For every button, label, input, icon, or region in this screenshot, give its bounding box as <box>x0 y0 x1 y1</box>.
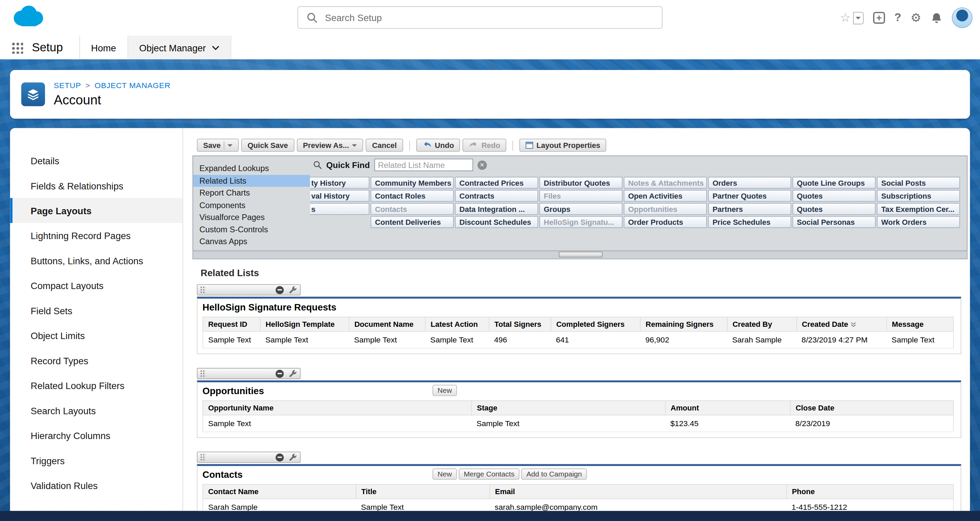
palette-item-price-schedules[interactable]: Price Schedules <box>708 216 791 228</box>
column-header-phone[interactable]: Phone <box>787 484 953 499</box>
palette-category-components[interactable]: Components <box>193 199 310 211</box>
sidebar-item-details[interactable]: Details <box>10 148 182 173</box>
palette-item-open-activities[interactable]: Open Activities <box>624 190 707 202</box>
palette-item-quotes[interactable]: Quotes <box>792 203 875 215</box>
palette-item-data-integration[interactable]: Data Integration ... <box>455 203 538 215</box>
column-header-created-date[interactable]: Created Date <box>797 317 886 331</box>
palette-category-custom-s-controls[interactable]: Custom S-Controls <box>193 224 310 236</box>
palette-item-contact-roles[interactable]: Contact Roles <box>371 190 453 202</box>
column-header-email[interactable]: Email <box>490 484 786 499</box>
column-header-created-by[interactable]: Created By <box>727 317 797 331</box>
palette-item-partner-quotes[interactable]: Partner Quotes <box>708 190 791 202</box>
sidebar-item-page-layouts[interactable]: Page Layouts <box>10 198 182 223</box>
column-header-document-name[interactable]: Document Name <box>349 317 425 331</box>
help-icon[interactable] <box>894 11 901 24</box>
sidebar-item-hierarchy-columns[interactable]: Hierarchy Columns <box>10 423 182 448</box>
column-header-latest-action[interactable]: Latest Action <box>425 317 489 331</box>
setup-search-input[interactable] <box>324 11 662 24</box>
palette-item-content-deliveries[interactable]: Content Deliveries <box>371 216 453 228</box>
quick-save-button[interactable]: Quick Save <box>241 139 294 152</box>
palette-category-canvas-apps[interactable]: Canvas Apps <box>193 235 310 248</box>
cancel-button[interactable]: Cancel <box>366 139 403 152</box>
sidebar-item-compact-layouts[interactable]: Compact Layouts <box>10 273 182 298</box>
palette-item-social-posts[interactable]: Social Posts <box>877 177 960 189</box>
column-header-total-signers[interactable]: Total Signers <box>489 317 551 331</box>
sidebar-item-search-layouts[interactable]: Search Layouts <box>10 398 182 423</box>
related-list-drag-handle[interactable] <box>197 368 301 379</box>
sidebar-item-field-sets[interactable]: Field Sets <box>10 298 182 323</box>
sidebar-item-validation-rules[interactable]: Validation Rules <box>10 473 182 497</box>
palette-horizontal-scrollbar[interactable] <box>193 251 967 259</box>
related-list-drag-handle[interactable] <box>197 452 301 463</box>
palette-item-work-orders[interactable]: Work Orders <box>877 216 960 228</box>
palette-item-distributor-quotes[interactable]: Distributor Quotes <box>539 177 622 189</box>
palette-item-social-personas[interactable]: Social Personas <box>792 216 875 228</box>
remove-section-icon[interactable] <box>275 453 284 462</box>
quick-find-input[interactable] <box>374 159 473 172</box>
scrollbar-thumb[interactable] <box>559 252 603 257</box>
new-button[interactable]: New <box>433 384 457 396</box>
column-header-amount[interactable]: Amount <box>665 400 790 415</box>
column-header-completed-signers[interactable]: Completed Signers <box>551 317 640 331</box>
global-add-icon[interactable] <box>873 12 885 24</box>
palette-item-subscriptions[interactable]: Subscriptions <box>877 190 960 202</box>
column-header-hellosign-template[interactable]: HelloSign Template <box>260 317 349 331</box>
column-header-contact-name[interactable]: Contact Name <box>203 484 356 499</box>
notifications-bell-icon[interactable] <box>931 11 943 24</box>
gear-icon[interactable] <box>911 12 921 24</box>
breadcrumb-object-manager-link[interactable]: OBJECT MANAGER <box>95 81 170 90</box>
wrench-properties-icon[interactable] <box>289 369 297 378</box>
palette-item-contracted-prices[interactable]: Contracted Prices <box>455 177 538 189</box>
palette-item-tax-exemption-cer[interactable]: Tax Exemption Cer... <box>877 203 960 215</box>
palette-item-quote-line-groups[interactable]: Quote Line Groups <box>792 177 875 189</box>
breadcrumb-setup-link[interactable]: SETUP <box>54 81 81 90</box>
palette-item-ty-history[interactable]: ty History <box>310 177 369 189</box>
tab-home[interactable]: Home <box>80 36 127 59</box>
palette-item-discount-schedules[interactable]: Discount Schedules <box>455 216 538 228</box>
favorites-star-icon[interactable] <box>840 12 850 24</box>
app-launcher-icon[interactable] <box>11 41 23 53</box>
remove-section-icon[interactable] <box>275 286 284 294</box>
sidebar-item-fields-relationships[interactable]: Fields & Relationships <box>10 173 182 198</box>
wrench-properties-icon[interactable] <box>289 453 297 462</box>
column-header-close-date[interactable]: Close Date <box>791 400 953 415</box>
sidebar-item-record-types[interactable]: Record Types <box>10 348 182 373</box>
remove-section-icon[interactable] <box>275 369 284 378</box>
quick-find-clear-icon[interactable] <box>477 160 487 170</box>
new-button[interactable]: New <box>433 469 457 480</box>
sidebar-item-buttons-links-and-actions[interactable]: Buttons, Links, and Actions <box>10 248 182 273</box>
palette-item-groups[interactable]: Groups <box>539 203 622 215</box>
palette-category-visualforce-pages[interactable]: Visualforce Pages <box>193 211 310 224</box>
palette-category-report-charts[interactable]: Report Charts <box>193 187 310 199</box>
palette-item-val-history[interactable]: val History <box>310 190 369 202</box>
save-button[interactable]: Save <box>197 139 239 152</box>
related-list-drag-handle[interactable] <box>197 284 301 295</box>
sidebar-item-object-limits[interactable]: Object Limits <box>10 323 182 348</box>
palette-item-quotes[interactable]: Quotes <box>792 190 875 202</box>
palette-category-expanded-lookups[interactable]: Expanded Lookups <box>193 162 310 175</box>
column-header-request-id[interactable]: Request ID <box>203 317 260 331</box>
palette-item-orders[interactable]: Orders <box>708 177 791 189</box>
palette-item-s[interactable]: s <box>310 203 369 215</box>
sidebar-item-related-lookup-filters[interactable]: Related Lookup Filters <box>10 373 182 398</box>
favorites-dropdown-button[interactable] <box>853 11 864 24</box>
tab-object-manager[interactable]: Object Manager <box>127 36 231 59</box>
column-header-remaining-signers[interactable]: Remaining Signers <box>640 317 727 331</box>
column-header-opportunity-name[interactable]: Opportunity Name <box>203 400 472 415</box>
column-header-stage[interactable]: Stage <box>472 400 665 415</box>
palette-item-partners[interactable]: Partners <box>708 203 791 215</box>
layout-properties-button[interactable]: Layout Properties <box>520 139 606 152</box>
sidebar-item-triggers[interactable]: Triggers <box>10 448 182 473</box>
merge-contacts-button[interactable]: Merge Contacts <box>459 469 520 480</box>
undo-button[interactable]: Undo <box>416 139 460 152</box>
column-header-title[interactable]: Title <box>356 484 490 499</box>
save-dropdown-arrow-icon[interactable] <box>228 144 233 149</box>
palette-item-order-products[interactable]: Order Products <box>624 216 707 228</box>
salesforce-logo[interactable] <box>10 5 45 31</box>
add-to-campaign-button[interactable]: Add to Campaign <box>521 469 587 480</box>
redo-button[interactable]: Redo <box>463 139 507 152</box>
user-avatar[interactable] <box>952 8 972 28</box>
preview-as-button[interactable]: Preview As... <box>297 139 363 152</box>
palette-item-contracts[interactable]: Contracts <box>455 190 538 202</box>
wrench-properties-icon[interactable] <box>289 286 297 294</box>
